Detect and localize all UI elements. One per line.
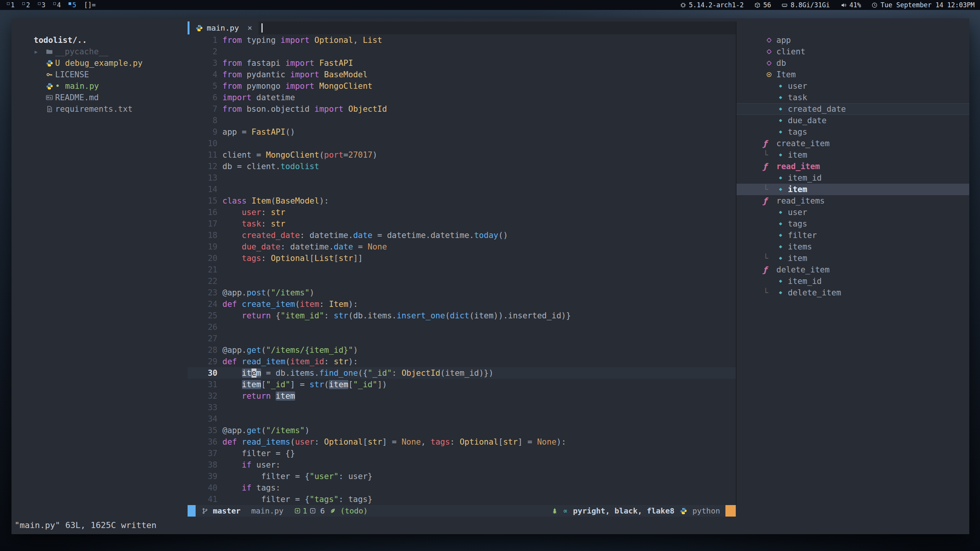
code-line[interactable]: 36def read_items(user: Optional[str] = N… xyxy=(188,436,736,448)
tree-item-LICENSE[interactable]: LICENSE xyxy=(11,69,188,80)
symbol-tags[interactable]: tags xyxy=(737,126,969,138)
symbol-client[interactable]: client xyxy=(737,46,969,57)
code-line[interactable]: 3from fastapi import FastAPI xyxy=(188,57,736,69)
line-number: 11 xyxy=(188,149,217,161)
symbol-user[interactable]: user xyxy=(737,80,969,92)
code-line[interactable]: 9app = FastAPI() xyxy=(188,126,736,138)
symbol-app[interactable]: app xyxy=(737,34,969,46)
code-line[interactable]: 20 tags: Optional[List[str]] xyxy=(188,253,736,264)
code-line[interactable]: 7from bson.objectid import ObjectId xyxy=(188,103,736,115)
code-line[interactable]: 12db = client.todolist xyxy=(188,161,736,172)
tag-indicator xyxy=(38,2,41,5)
workspace-tag-5[interactable]: 5 xyxy=(67,1,78,9)
symbol-read_items[interactable]: ƒread_items xyxy=(737,195,969,207)
code-line[interactable]: 6import datetime xyxy=(188,92,736,103)
code-line[interactable]: 27 xyxy=(188,333,736,344)
symbol-create_item[interactable]: ƒcreate_item xyxy=(737,138,969,149)
code-area[interactable]: 1from typing import Optional, List23from… xyxy=(188,34,736,505)
symbol-items[interactable]: items xyxy=(737,241,969,253)
symbol-label: create_item xyxy=(776,139,830,148)
code-line[interactable]: 22 xyxy=(188,276,736,287)
code-line[interactable]: 24def create_item(item: Item): xyxy=(188,298,736,310)
tab-close-icon[interactable]: × xyxy=(247,23,252,33)
code-line[interactable]: 30 item = db.items.find_one({"_id": Obje… xyxy=(188,367,736,379)
code-text: return {"item_id": str(db.items.insert_o… xyxy=(222,310,571,321)
code-line[interactable]: 29def read_item(item_id: str): xyxy=(188,356,736,367)
symbol-label: app xyxy=(776,36,791,45)
symbol-delete_item[interactable]: ƒdelete_item xyxy=(737,264,969,276)
symbol-user[interactable]: user xyxy=(737,207,969,218)
symbol-db[interactable]: db xyxy=(737,57,969,69)
tree-item-requirements.txt[interactable]: requirements.txt xyxy=(11,103,188,115)
code-line[interactable]: 4from pydantic import BaseModel xyxy=(188,69,736,80)
function-icon: ƒ xyxy=(763,196,775,205)
code-line[interactable]: 10 xyxy=(188,138,736,149)
code-line[interactable]: 31 item["_id"] = str(item["_id"]) xyxy=(188,379,736,390)
code-line[interactable]: 16 user: str xyxy=(188,207,736,218)
code-line[interactable]: 35@app.get("/items") xyxy=(188,425,736,436)
code-line[interactable]: 19 due_date: datetime.date = None xyxy=(188,241,736,253)
tab-main-py[interactable]: main.py × xyxy=(189,21,258,34)
workspace-tag-label: 1 xyxy=(11,1,15,9)
filetree-items: ▸__pycache__Udebug_example.pyLICENSE•mai… xyxy=(11,46,188,115)
workspace-tag-3[interactable]: 3 xyxy=(36,1,47,9)
tree-item-debug_example.py[interactable]: Udebug_example.py xyxy=(11,57,188,69)
code-line[interactable]: 17 task: str xyxy=(188,218,736,230)
layout-indicator[interactable]: []= xyxy=(84,1,96,9)
symbol-created_date[interactable]: created_date xyxy=(737,103,969,115)
code-line[interactable]: 37 filter = {} xyxy=(188,448,736,459)
code-line[interactable]: 11client = MongoClient(port=27017) xyxy=(188,149,736,161)
symbol-item[interactable]: └item xyxy=(737,184,969,195)
code-line[interactable]: 39 filter = {"user": user} xyxy=(188,471,736,482)
symbol-tags[interactable]: tags xyxy=(737,218,969,230)
symbol-Item[interactable]: Item xyxy=(737,69,969,80)
workspace-tag-1[interactable]: 1 xyxy=(5,1,16,9)
symbol-label: Item xyxy=(776,70,796,79)
code-line[interactable]: 15class Item(BaseModel): xyxy=(188,195,736,207)
code-line[interactable]: 2 xyxy=(188,46,736,57)
workspace-tags: 12345 xyxy=(5,1,78,9)
symbol-item[interactable]: └item xyxy=(737,253,969,264)
workspace-tag-2[interactable]: 2 xyxy=(21,1,31,9)
code-line[interactable]: 33 xyxy=(188,402,736,413)
tree-item-__pycache__[interactable]: ▸__pycache__ xyxy=(11,46,188,57)
symbol-item[interactable]: └item xyxy=(737,149,969,161)
symbol-filter[interactable]: filter xyxy=(737,230,969,241)
code-line[interactable]: 13 xyxy=(188,172,736,184)
added-icon xyxy=(294,508,301,514)
symbol-delete_item[interactable]: └delete_item xyxy=(737,287,969,298)
line-number: 19 xyxy=(188,241,217,253)
code-text: user: str xyxy=(222,207,285,218)
line-number: 26 xyxy=(188,321,217,333)
tree-item-README.md[interactable]: README.md xyxy=(11,92,188,103)
line-number: 20 xyxy=(188,253,217,264)
code-line[interactable]: 1from typing import Optional, List xyxy=(188,34,736,46)
code-line[interactable]: 38 if user: xyxy=(188,459,736,471)
workspace-tag-4[interactable]: 4 xyxy=(52,1,62,9)
code-line[interactable]: 34 xyxy=(188,413,736,425)
symbol-read_item[interactable]: ƒread_item xyxy=(737,161,969,172)
code-line[interactable]: 5from pymongo import MongoClient xyxy=(188,80,736,92)
status-kernel: 5.14.2-arch1-2 xyxy=(680,1,744,9)
code-line[interactable]: 40 if tags: xyxy=(188,482,736,494)
code-text: tags: Optional[List[str]] xyxy=(222,253,363,264)
symbol-task[interactable]: task xyxy=(737,92,969,103)
symbol-item_id[interactable]: item_id xyxy=(737,172,969,184)
code-line[interactable]: 41 filter = {"tags": tags} xyxy=(188,494,736,505)
filetree-root[interactable]: todolist/.. xyxy=(11,34,188,46)
venv-name: (todo) xyxy=(340,506,368,515)
code-line[interactable]: 28@app.get("/items/{item_id}") xyxy=(188,344,736,356)
symbol-due_date[interactable]: due_date xyxy=(737,115,969,126)
code-line[interactable]: 25 return {"item_id": str(db.items.inser… xyxy=(188,310,736,321)
code-line[interactable]: 32 return item xyxy=(188,390,736,402)
code-line[interactable]: 21 xyxy=(188,264,736,276)
code-line[interactable]: 14 xyxy=(188,184,736,195)
code-line[interactable]: 8 xyxy=(188,115,736,126)
code-line[interactable]: 23@app.post("/items") xyxy=(188,287,736,298)
tree-item-main.py[interactable]: •main.py xyxy=(11,80,188,92)
folder-icon xyxy=(44,48,55,55)
code-line[interactable]: 18 created_date: datetime.date = datetim… xyxy=(188,230,736,241)
code-line[interactable]: 26 xyxy=(188,321,736,333)
file-name: debug_example.py xyxy=(65,59,142,68)
symbol-item_id[interactable]: item_id xyxy=(737,276,969,287)
